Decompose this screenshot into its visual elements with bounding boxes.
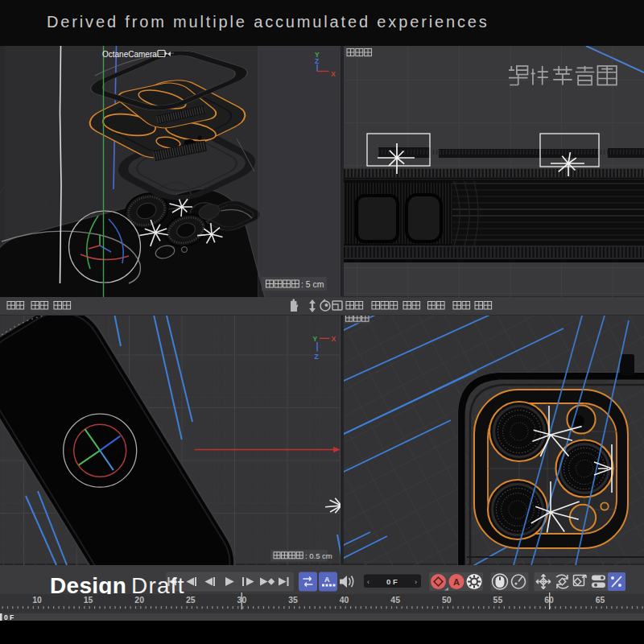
svg-text:X: X (331, 70, 336, 78)
svg-text:A: A (453, 577, 460, 587)
svg-text:X: X (332, 335, 336, 343)
svg-text:55: 55 (493, 595, 503, 605)
svg-text:50: 50 (442, 595, 452, 605)
svg-text:Derived from multiple accumula: Derived from multiple accumulated experi… (47, 13, 489, 31)
svg-text:0 F: 0 F (4, 613, 14, 621)
svg-text:0 F: 0 F (386, 577, 398, 586)
svg-text:OctaneCamera: OctaneCamera (102, 50, 157, 59)
svg-text:40: 40 (340, 595, 349, 605)
svg-text:20: 20 (134, 595, 144, 605)
svg-text:A: A (324, 576, 330, 584)
svg-text:Y: Y (313, 335, 318, 343)
svg-text:‹: ‹ (367, 578, 369, 586)
svg-text:›: › (415, 578, 417, 586)
svg-text:: 5 cm: : 5 cm (301, 279, 324, 289)
svg-text:Z: Z (315, 353, 319, 361)
svg-text:10: 10 (32, 595, 42, 605)
svg-text:65: 65 (596, 595, 605, 605)
svg-text:35: 35 (288, 595, 298, 605)
svg-text:25: 25 (186, 595, 196, 605)
svg-text:Z: Z (315, 57, 319, 65)
svg-text:15: 15 (84, 595, 93, 605)
svg-text:45: 45 (390, 595, 400, 605)
svg-text:: 0.5 cm: : 0.5 cm (305, 551, 332, 560)
